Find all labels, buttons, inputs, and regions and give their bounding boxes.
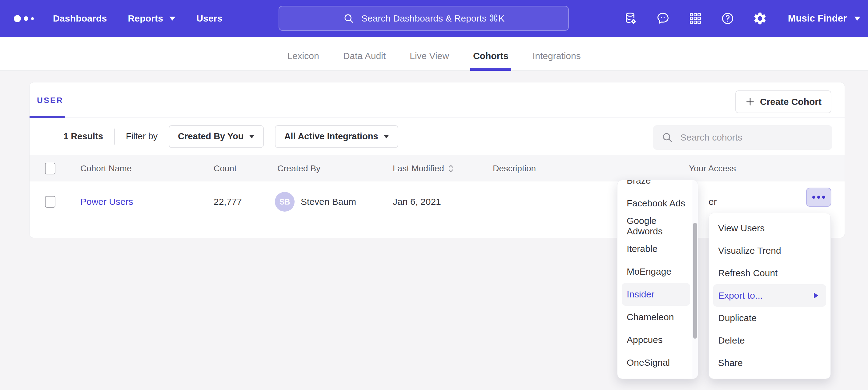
search-icon xyxy=(661,131,674,143)
table-header-row: Cohort Name Count Created By Last Modifi… xyxy=(30,155,845,182)
help-icon[interactable] xyxy=(720,11,735,26)
submenu-item-iterable[interactable]: Iterable xyxy=(617,237,692,260)
column-header-description[interactable]: Description xyxy=(493,155,536,182)
row-more-actions-button[interactable] xyxy=(806,188,831,207)
app-logo[interactable] xyxy=(14,15,34,22)
submenu-item-appcues[interactable]: Appcues xyxy=(617,328,692,351)
tab-label: Lexicon xyxy=(287,51,319,61)
settings-icon[interactable] xyxy=(752,11,767,26)
nav-right-cluster: Music Finder xyxy=(623,0,860,37)
global-search-placeholder: Search Dashboards & Reports ⌘K xyxy=(361,13,504,24)
cohort-search-input[interactable]: Search cohorts xyxy=(653,125,832,150)
results-count: 1 Results xyxy=(63,131,103,141)
divider xyxy=(114,129,115,144)
cohort-type-tabs: USER Create Cohort xyxy=(30,83,845,118)
export-submenu-list: Braze Facebook Ads Google Adwords Iterab… xyxy=(617,180,692,374)
project-switcher[interactable]: Music Finder xyxy=(788,13,860,24)
menu-item-duplicate[interactable]: Duplicate xyxy=(709,307,831,329)
cohort-name-link[interactable]: Power Users xyxy=(80,197,133,207)
filter-toolbar: 1 Results Filter by Created By You All A… xyxy=(30,118,845,155)
created-by-filter-value: Created By You xyxy=(178,131,244,141)
sort-icon xyxy=(448,164,454,173)
submenu-item-label: Braze xyxy=(627,180,651,186)
column-label: Description xyxy=(493,164,536,173)
submenu-item-chameleon[interactable]: Chameleon xyxy=(617,306,692,328)
created-by-name: Steven Baum xyxy=(301,197,356,207)
menu-item-label: Duplicate xyxy=(718,313,756,323)
caret-down-icon xyxy=(854,17,860,21)
column-label: Your Access xyxy=(689,164,736,173)
tab-data-audit[interactable]: Data Audit xyxy=(343,41,386,71)
integrations-filter-value: All Active Integrations xyxy=(284,131,378,141)
nav-item-users[interactable]: Users xyxy=(196,13,222,24)
select-all-checkbox[interactable] xyxy=(45,163,55,174)
tab-label: Integrations xyxy=(532,51,581,61)
column-header-your-access[interactable]: Your Access xyxy=(689,155,736,182)
submenu-item-label: OneSignal xyxy=(627,357,670,368)
global-search-input[interactable]: Search Dashboards & Reports ⌘K xyxy=(279,6,569,31)
plus-icon xyxy=(745,97,755,107)
submenu-item-onesignal[interactable]: OneSignal xyxy=(617,351,692,374)
menu-item-delete[interactable]: Delete xyxy=(709,329,831,352)
column-label: Count xyxy=(214,164,237,173)
submenu-item-label: Appcues xyxy=(627,335,663,345)
feedback-icon[interactable] xyxy=(656,11,671,26)
logo-dot xyxy=(14,15,21,22)
column-header-cohort-name[interactable]: Cohort Name xyxy=(80,155,132,182)
menu-item-label: Visualize Trend xyxy=(718,246,781,256)
create-cohort-button[interactable]: Create Cohort xyxy=(735,90,831,113)
submenu-scrollbar-thumb[interactable] xyxy=(693,223,697,338)
menu-item-visualize-trend[interactable]: Visualize Trend xyxy=(709,239,831,262)
tab-live-view[interactable]: Live View xyxy=(410,41,449,71)
submenu-item-label: Insider xyxy=(627,289,654,300)
menu-item-label: Refresh Count xyxy=(718,268,777,278)
tab-user-cohorts[interactable]: USER xyxy=(37,96,63,105)
search-icon xyxy=(343,12,354,24)
column-label: Cohort Name xyxy=(80,164,132,173)
data-management-icon[interactable] xyxy=(623,11,638,26)
menu-item-refresh-count[interactable]: Refresh Count xyxy=(709,262,831,284)
menu-item-label: View Users xyxy=(718,223,765,233)
row-checkbox-cell xyxy=(45,182,55,222)
column-label: Last Modified xyxy=(393,164,444,173)
submenu-item-moengage[interactable]: MoEngage xyxy=(617,260,692,283)
tab-label: Data Audit xyxy=(343,51,386,61)
caret-down-icon xyxy=(169,17,176,21)
created-by-filter-dropdown[interactable]: Created By You xyxy=(169,125,264,148)
apps-grid-icon[interactable] xyxy=(688,11,703,26)
logo-dot xyxy=(24,16,28,21)
submenu-item-braze[interactable]: Braze xyxy=(617,180,692,192)
menu-item-view-users[interactable]: View Users xyxy=(709,217,831,239)
column-header-last-modified[interactable]: Last Modified xyxy=(393,155,454,182)
tab-integrations[interactable]: Integrations xyxy=(532,41,581,71)
tab-lexicon[interactable]: Lexicon xyxy=(287,41,319,71)
column-label: Created By xyxy=(277,164,320,173)
row-context-menu: View Users Visualize Trend Refresh Count… xyxy=(709,213,831,379)
nav-menu: Dashboards Reports Users xyxy=(53,13,222,24)
nav-item-dashboards[interactable]: Dashboards xyxy=(53,13,107,24)
integrations-filter-dropdown[interactable]: All Active Integrations xyxy=(275,125,398,148)
menu-item-share[interactable]: Share xyxy=(709,352,831,374)
submenu-item-facebook-ads[interactable]: Facebook Ads xyxy=(617,192,692,215)
tab-label: Cohorts xyxy=(473,51,508,61)
submenu-item-insider[interactable]: Insider xyxy=(622,283,690,306)
submenu-item-google-adwords[interactable]: Google Adwords xyxy=(617,215,692,237)
more-icon xyxy=(812,196,815,199)
column-header-count[interactable]: Count xyxy=(214,155,237,182)
menu-item-export-to[interactable]: Export to... xyxy=(713,284,826,307)
submenu-item-label: Facebook Ads xyxy=(627,198,685,208)
row-checkbox[interactable] xyxy=(45,196,55,207)
count-cell: 22,777 xyxy=(214,182,242,222)
more-icon xyxy=(822,196,825,199)
nav-item-label: Dashboards xyxy=(53,13,107,24)
nav-item-label: Users xyxy=(196,13,222,24)
logo-dot xyxy=(31,17,34,20)
top-nav: Dashboards Reports Users Search Dashboar… xyxy=(0,0,868,37)
nav-item-reports[interactable]: Reports xyxy=(128,13,176,24)
section-tabbar: Lexicon Data Audit Live View Cohorts Int… xyxy=(0,37,868,71)
tab-cohorts[interactable]: Cohorts xyxy=(473,41,508,71)
column-header-created-by[interactable]: Created By xyxy=(277,155,320,182)
nav-item-label: Reports xyxy=(128,13,163,24)
submenu-item-label: Google Adwords xyxy=(627,216,692,236)
submenu-scrollbar-track[interactable] xyxy=(692,180,698,379)
